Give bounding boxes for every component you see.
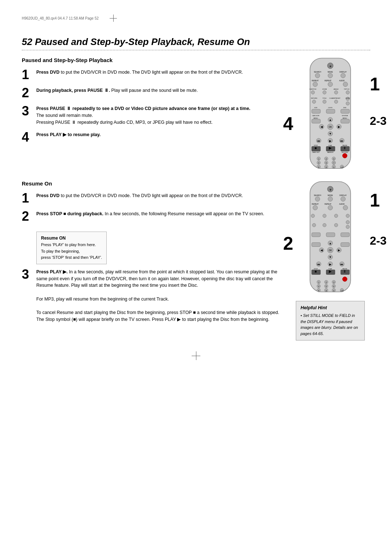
svg-text:5: 5	[326, 286, 327, 287]
svg-text:▶: ▶	[338, 125, 340, 128]
svg-point-12	[313, 82, 318, 87]
svg-text:3: 3	[333, 158, 334, 160]
svg-text:⏮: ⏮	[317, 139, 320, 143]
helpful-hint-content: Set STILL MODE to FIELD in the DISPLAY m…	[301, 313, 358, 336]
bottom-crosshair-icon	[192, 351, 200, 360]
svg-text:⏮: ⏮	[317, 263, 320, 266]
svg-point-108	[328, 205, 333, 210]
svg-text:▼: ▼	[329, 132, 332, 135]
svg-text:◀: ◀	[320, 125, 323, 128]
svg-rect-125	[341, 242, 350, 246]
resume-on-box: Resume ON Press 'PLAY' to play from here…	[36, 232, 107, 264]
helpful-hint-text: • Set STILL MODE to FIELD in the DISPLAY…	[301, 313, 360, 336]
page-header: H9620UD_48_80.qx4 04.4.7 11:58 AM Page 5…	[22, 15, 370, 22]
section1-content: Paused and Step-by-Step Playback 1 Press…	[22, 57, 370, 173]
svg-point-8	[341, 73, 346, 78]
svg-rect-35	[312, 109, 320, 113]
page-title: 52 Paused and Step-by-Step Playback, Res…	[22, 29, 370, 48]
svg-text:▶: ▶	[329, 139, 332, 143]
svg-text:0: 0	[333, 290, 334, 292]
step4-bold: Press PLAY ▶ to resume play.	[36, 132, 101, 137]
step2-text: During playback, press PAUSE ⏸. Play wil…	[36, 86, 198, 94]
svg-text:▼: ▼	[329, 256, 332, 259]
section2-right: ⏻ SEARCH MODE DISPLAY REPEAT REPEAT AUDI…	[290, 180, 370, 340]
svg-text:8: 8	[318, 167, 319, 168]
step1-bold: Press DVD	[36, 70, 60, 75]
svg-text:MARKER: MARKER	[327, 151, 333, 153]
svg-point-107	[313, 205, 318, 210]
section2-title: Resume On	[22, 180, 283, 187]
svg-text:▶: ▶	[329, 263, 332, 266]
section2-content: Resume On 1 Press DVD to put the DVD/VCR…	[22, 180, 370, 340]
side-number-1: 1	[370, 75, 387, 93]
svg-text:1: 1	[318, 282, 319, 283]
side-number-1-b: 1	[370, 191, 387, 209]
svg-point-7	[328, 73, 333, 78]
svg-point-117	[323, 223, 326, 227]
svg-text:0: 0	[333, 167, 334, 168]
crosshair-icon	[110, 15, 117, 22]
svg-text:ZOOM: ZOOM	[322, 88, 327, 90]
svg-text:AUDIO: AUDIO	[339, 203, 344, 205]
svg-text:ANGLE: ANGLE	[334, 88, 339, 90]
svg-point-118	[334, 223, 338, 227]
s2-step1-number: 1	[22, 192, 32, 205]
step4-number: 4	[22, 131, 32, 144]
svg-point-112	[334, 214, 338, 218]
remote-top-svg: ⏻ SEARCH MODE DISPLAY REPEAT REPEAT AUDI…	[301, 57, 359, 173]
side-numbers-bottom: 1 2-3	[370, 191, 387, 246]
remote-container-bottom: ⏻ SEARCH MODE DISPLAY REPEAT REPEAT AUDI…	[294, 180, 367, 297]
section2-step2: 2 Press STOP ■ during playback. In a few…	[22, 210, 283, 223]
section2-step1: 1 Press DVD to put the DVD/VCR in DVD mo…	[22, 192, 283, 205]
side-number-23: 2-3	[370, 115, 387, 127]
svg-text:⏻: ⏻	[330, 65, 331, 67]
svg-point-110	[311, 214, 315, 218]
svg-point-103	[341, 197, 346, 201]
svg-text:OK: OK	[328, 126, 332, 128]
svg-text:▲: ▲	[329, 118, 332, 122]
step3-bold: Press PAUSE ⏸ repeatedly to see a DVD or…	[36, 106, 250, 111]
step1-text: Press DVD to put the DVD/VCR in DVD mode…	[36, 68, 243, 76]
bottom-crosshair-area	[22, 351, 370, 360]
svg-text:CH/TV: CH/TV	[328, 107, 332, 109]
svg-text:MODE: MODE	[328, 71, 333, 73]
svg-text:⏸: ⏸	[343, 146, 347, 150]
svg-text:▲: ▲	[329, 242, 332, 245]
svg-point-115	[346, 225, 350, 229]
svg-point-113	[346, 214, 350, 218]
section2-left: Resume On 1 Press DVD to put the DVD/VCR…	[22, 180, 283, 340]
svg-point-101	[315, 197, 320, 201]
s2-step2-number: 2	[22, 210, 32, 223]
svg-point-109	[343, 205, 348, 210]
svg-point-116	[312, 223, 316, 227]
svg-text:9: 9	[326, 290, 327, 292]
svg-text:9: 9	[326, 167, 327, 168]
svg-text:⏭: ⏭	[340, 139, 343, 143]
svg-text:MENU: MENU	[314, 117, 318, 119]
svg-point-72	[343, 154, 347, 158]
s2-step3-bold: Press PLAY ▶.	[36, 269, 68, 274]
section1-step3: 3 Press PAUSE ⏸ repeatedly to see a DVD …	[22, 105, 283, 126]
svg-text:AUDIO: AUDIO	[339, 80, 344, 82]
svg-text:⏭: ⏭	[340, 263, 343, 266]
svg-text:DISPLAY: DISPLAY	[339, 71, 347, 73]
svg-rect-120	[326, 233, 335, 237]
svg-text:3: 3	[333, 282, 334, 283]
s2-step2-bold: Press STOP ■ during playback.	[36, 211, 103, 216]
svg-text:SYSTEM: SYSTEM	[342, 115, 348, 117]
svg-text:4: 4	[318, 286, 319, 287]
svg-text:⏻: ⏻	[330, 189, 331, 191]
svg-text:▶: ▶	[338, 249, 340, 252]
svg-text:REPEAT: REPEAT	[312, 80, 319, 82]
svg-text:DVD: DVD	[343, 107, 347, 109]
svg-point-13	[328, 82, 333, 87]
svg-text:■: ■	[315, 146, 317, 150]
section1-step1: 1 Press DVD to put the DVD/VCR in DVD mo…	[22, 68, 283, 81]
step3-number: 3	[22, 105, 32, 118]
svg-text:TOP CH: TOP CH	[344, 88, 349, 90]
s2-step1-bold: Press DVD	[36, 193, 60, 198]
svg-point-102	[328, 197, 333, 201]
section2-step3: 3 Press PLAY ▶. In a few seconds, play w…	[22, 268, 283, 323]
svg-text:4: 4	[318, 162, 319, 164]
svg-text:DISPLAY: DISPLAY	[339, 195, 347, 196]
